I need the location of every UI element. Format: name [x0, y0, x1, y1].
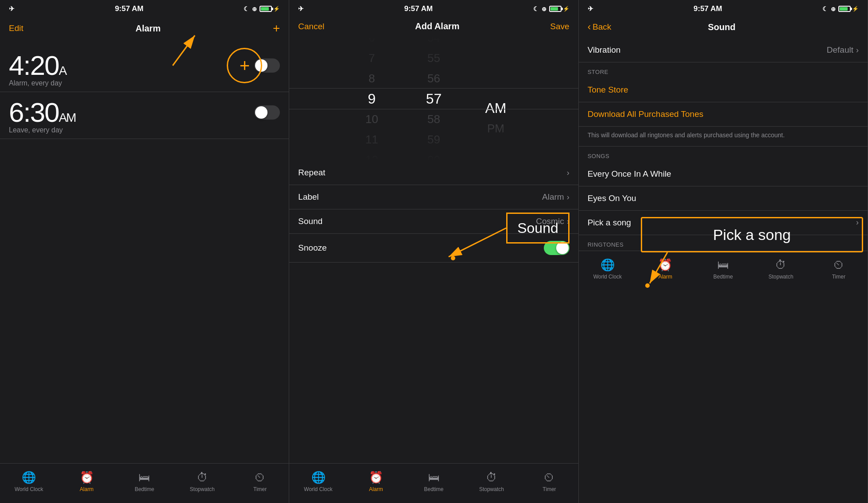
song-every-once-label: Every Once In A While [588, 169, 671, 179]
status-time-1: 9:57 AM [115, 4, 143, 13]
tab-timer-2[interactable]: ⏲ Timer [520, 471, 578, 496]
tab-timer-label-1: Timer [253, 486, 267, 492]
snooze-row[interactable]: Snooze [289, 234, 578, 263]
tab-bar-1: 🌐 World Clock ⏰ Alarm 🛏 Bedtime ⏱ Stopwa… [0, 463, 289, 503]
min-58: 58 [403, 109, 465, 129]
vibration-label: Vibration [588, 45, 621, 55]
sound-label: Sound [298, 217, 322, 226]
alarm-clock-icon-2: ⏰ [369, 471, 383, 484]
battery-container: ⚡ [260, 6, 280, 12]
label-row[interactable]: Label Alarm › [289, 185, 578, 209]
snooze-label: Snooze [298, 243, 326, 253]
tab-bedtime-label-2: Bedtime [424, 486, 443, 492]
song-every-once-row[interactable]: Every Once In A While [579, 162, 868, 186]
moon-icon-2: ☾ [533, 5, 539, 12]
timer-icon-2: ⏲ [543, 471, 555, 484]
location-icon-2: ⊕ [542, 6, 546, 12]
hour-8: 8 [341, 69, 403, 88]
tab-bar-2: 🌐 World Clock ⏰ Alarm 🛏 Bedtime ⏱ Stopwa… [289, 463, 578, 503]
tab-alarm-label-3: Alarm [659, 274, 672, 280]
tone-store-label[interactable]: Tone Store [588, 85, 628, 95]
repeat-row[interactable]: Repeat › [289, 161, 578, 185]
alarm-time-630: 6:30AM [9, 97, 76, 128]
hour-10: 10 [341, 109, 403, 129]
tab-timer-1[interactable]: ⏲ Timer [231, 471, 289, 496]
min-55: 55 [403, 48, 465, 68]
tab-alarm-label-2: Alarm [369, 486, 383, 492]
songs-section-header: SONGS [579, 147, 868, 162]
download-all-label[interactable]: Download All Purchased Tones [588, 109, 704, 119]
store-section-header: STORE [579, 62, 868, 78]
tone-store-row[interactable]: Tone Store [579, 78, 868, 102]
tab-world-clock-label-3: World Clock [593, 274, 622, 280]
tab-timer-label-3: Timer [832, 274, 845, 280]
alarm-time-420: 4:20A [9, 50, 66, 81]
download-all-row[interactable]: Download All Purchased Tones [579, 102, 868, 127]
alarm-ampm-420: A [59, 64, 66, 77]
tab-alarm-2[interactable]: ⏰ Alarm [347, 471, 405, 496]
tab-bedtime-1[interactable]: 🛏 Bedtime [116, 471, 173, 496]
time-picker[interactable]: 6 7 8 9 10 11 12 54 55 56 57 58 59 00 AM [289, 37, 578, 161]
tab-bar-3: 🌐 World Clock ⏰ Alarm 🛏 Bedtime ⏱ Stopwa… [579, 251, 868, 290]
alarm-toggle-630[interactable] [254, 105, 280, 120]
repeat-chevron: › [567, 168, 570, 178]
sound-row[interactable]: Sound Cosmic › [289, 209, 578, 234]
vibration-value-text: Default [827, 45, 853, 55]
pick-a-song-row[interactable]: Pick a song › [579, 211, 868, 235]
tab-alarm-3[interactable]: ⏰ Alarm [636, 258, 694, 283]
charging-icon: ⚡ [273, 6, 280, 12]
tab-timer-label-2: Timer [542, 486, 556, 492]
back-label[interactable]: Back [593, 22, 611, 32]
tab-timer-3[interactable]: ⏲ Timer [810, 258, 868, 283]
label-value-text: Alarm [542, 192, 564, 202]
status-bar-2: ✈ 9:57 AM ☾ ⊕ ⚡ [289, 0, 578, 18]
tab-world-clock-2[interactable]: 🌐 World Clock [289, 471, 347, 496]
globe-icon-3: 🌐 [601, 258, 615, 272]
tab-bedtime-2[interactable]: 🛏 Bedtime [405, 471, 462, 496]
cancel-button[interactable]: Cancel [298, 22, 324, 31]
tab-alarm-label-1: Alarm [80, 486, 93, 492]
bed-icon-1: 🛏 [139, 471, 150, 484]
bed-icon-3: 🛏 [717, 258, 729, 272]
add-alarm-button[interactable]: + [273, 21, 280, 35]
tab-world-clock-3[interactable]: 🌐 World Clock [579, 258, 636, 283]
globe-icon-1: 🌐 [22, 471, 36, 484]
sound-value-text: Cosmic [536, 217, 564, 226]
tab-stopwatch-2[interactable]: ⏱ Stopwatch [463, 471, 520, 496]
tab-alarm-1[interactable]: ⏰ Alarm [58, 471, 115, 496]
picker-columns: 6 7 8 9 10 11 12 54 55 56 57 58 59 00 AM [341, 37, 527, 161]
tab-stopwatch-3[interactable]: ⏱ Stopwatch [752, 258, 810, 283]
tab-bedtime-3[interactable]: 🛏 Bedtime [694, 258, 752, 283]
location-icon: ⊕ [252, 6, 257, 12]
tab-world-clock-label-2: World Clock [304, 486, 332, 492]
period-am-selected: AM [465, 98, 527, 118]
tab-world-clock-label-1: World Clock [15, 486, 43, 492]
globe-icon-2: 🌐 [311, 471, 326, 484]
add-alarm-circle-annotation: + [227, 48, 262, 83]
ringtones-section-header: RINGTONES [579, 235, 868, 251]
song-eyes-on-you-row[interactable]: Eyes On You [579, 186, 868, 211]
snooze-toggle[interactable] [544, 241, 570, 255]
back-button[interactable]: ‹ Back [588, 21, 612, 33]
period-picker-col[interactable]: AM PM [465, 59, 527, 138]
chevron-left-icon: ‹ [588, 21, 591, 33]
edit-button[interactable]: Edit [9, 23, 23, 33]
hour-picker-col[interactable]: 6 7 8 9 10 11 12 [341, 37, 403, 161]
min-00: 00 [403, 150, 465, 161]
add-circle-plus-icon: + [240, 57, 250, 74]
timer-icon-3: ⏲ [833, 258, 845, 272]
alarm-clock-icon-3: ⏰ [658, 258, 672, 272]
charging-icon-2: ⚡ [563, 6, 570, 12]
alarm-item-630[interactable]: 6:30AM Leave, every day [0, 92, 289, 139]
sound-chevron: › [567, 217, 570, 226]
tab-world-clock-1[interactable]: 🌐 World Clock [0, 471, 58, 496]
tab-bedtime-label-3: Bedtime [713, 274, 733, 280]
save-button[interactable]: Save [550, 22, 569, 31]
sound-value: Cosmic › [536, 217, 569, 226]
add-alarm-panel: ✈ 9:57 AM ☾ ⊕ ⚡ Cancel Add Alarm Save 6 … [289, 0, 578, 503]
hour-6: 6 [341, 37, 403, 47]
tab-stopwatch-1[interactable]: ⏱ Stopwatch [173, 471, 231, 496]
vibration-row[interactable]: Vibration Default › [579, 38, 868, 62]
bed-icon-2: 🛏 [428, 471, 440, 484]
minute-picker-col[interactable]: 54 55 56 57 58 59 00 [403, 37, 465, 161]
